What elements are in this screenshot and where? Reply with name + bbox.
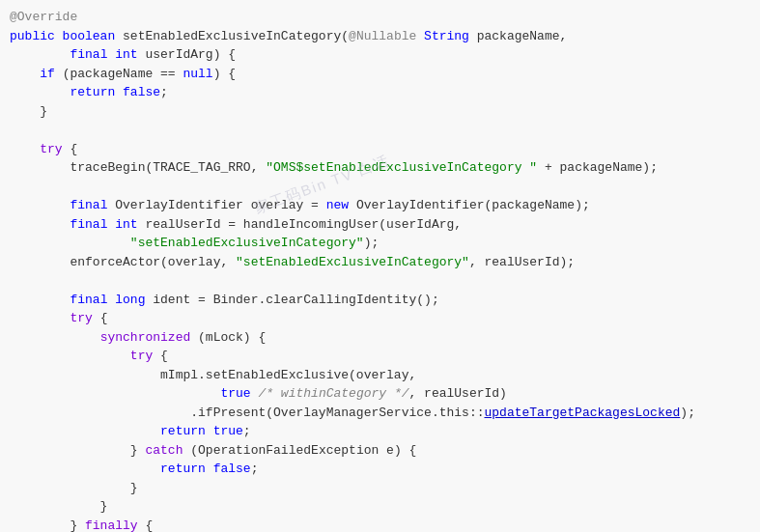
code-token — [10, 366, 160, 385]
code-token: updateTargetPackagesLocked — [484, 404, 680, 423]
code-token: (mLock) { — [190, 328, 266, 348]
code-line — [0, 121, 760, 140]
code-token — [10, 215, 70, 235]
code-token: /* withinCategory */ — [258, 384, 408, 404]
code-token: finally — [85, 517, 138, 533]
code-token — [10, 347, 130, 366]
code-token: "setEnabledExclusiveInCategory" — [236, 253, 469, 272]
code-token: "setEnabledExclusiveInCategory" — [130, 234, 364, 253]
code-line: final int userIdArg) { — [0, 45, 760, 65]
code-token: } — [10, 102, 47, 122]
code-token: false — [123, 83, 160, 102]
code-line: mImpl.setEnabledExclusive(overlay, — [0, 366, 760, 385]
code-token: OverlayIdentifier — [115, 196, 250, 215]
code-line: try { — [0, 140, 760, 159]
code-token — [251, 384, 259, 404]
code-token: int — [115, 45, 145, 65]
code-token: ; — [251, 460, 259, 479]
code-token: new — [326, 196, 356, 215]
code-token: } — [10, 517, 85, 533]
code-token — [10, 196, 70, 215]
code-line: final long ident = Binder.clearCallingId… — [0, 291, 760, 310]
code-token: { — [138, 517, 154, 533]
code-token: long — [115, 291, 153, 310]
code-token: final — [70, 196, 115, 215]
code-token: { — [93, 309, 108, 328]
code-token: .ifPresent(OverlayManagerService.this:: — [190, 404, 484, 423]
code-line: } — [0, 479, 760, 498]
code-token: enforceActor(overlay, — [70, 253, 236, 272]
code-token: { — [153, 347, 168, 366]
code-token — [10, 253, 70, 272]
code-line: return true; — [0, 422, 760, 441]
code-line: enforceActor(overlay, "setEnabledExclusi… — [0, 253, 760, 272]
code-token: traceBegin(TRACE_TAG_RRO, — [70, 158, 266, 178]
code-token: , realUserId) — [409, 384, 507, 404]
code-token: packageName, — [477, 27, 568, 46]
code-token: @Override — [10, 8, 77, 27]
code-token — [10, 65, 40, 84]
code-token — [10, 404, 190, 423]
code-line: return false; — [0, 83, 760, 102]
code-token: + packageName); — [537, 158, 658, 178]
code-token: return — [160, 460, 213, 479]
code-line: try { — [0, 309, 760, 328]
code-token: null — [183, 65, 212, 84]
code-token: false — [213, 460, 251, 479]
code-token: true — [213, 422, 243, 441]
code-line: public boolean setEnabledExclusiveInCate… — [0, 27, 760, 46]
code-token: @Nullable — [349, 27, 424, 46]
code-token — [10, 328, 100, 348]
code-line: try { — [0, 347, 760, 366]
code-token — [10, 460, 160, 479]
code-token: ; — [160, 83, 168, 102]
code-token: final — [70, 45, 115, 65]
code-token: realUserId = handleIncomingUser(userIdAr… — [145, 215, 462, 235]
code-line: true /* withinCategory */, realUserId) — [0, 384, 760, 404]
code-token: public — [10, 27, 63, 46]
code-token: boolean — [63, 27, 123, 46]
code-line: if (packageName == null) { — [0, 65, 760, 84]
code-token: catch — [145, 441, 183, 461]
code-token: try — [40, 140, 62, 159]
code-line: traceBegin(TRACE_TAG_RRO, "OMS$setEnable… — [0, 158, 760, 178]
code-token: return — [70, 83, 123, 102]
code-line: .ifPresent(OverlayManagerService.this::u… — [0, 404, 760, 423]
code-token: (OperationFailedException e) { — [183, 441, 416, 461]
code-line: synchronized (mLock) { — [0, 328, 760, 348]
code-token: , realUserId); — [469, 253, 575, 272]
code-line — [0, 271, 760, 291]
code-line: } finally { — [0, 517, 760, 533]
code-token: } — [10, 479, 138, 498]
code-token: { — [63, 140, 78, 159]
code-token: ) { — [213, 65, 236, 84]
code-line: "setEnabledExclusiveInCategory"); — [0, 234, 760, 253]
code-token — [10, 140, 40, 159]
code-token: "OMS$setEnabledExclusiveInCategory " — [266, 158, 537, 178]
code-token — [10, 158, 70, 178]
code-token: setEnabledExclusiveInCategory( — [123, 27, 349, 46]
code-token: final — [70, 215, 115, 235]
code-token: } — [10, 497, 107, 517]
code-token: overlay — [251, 196, 311, 215]
code-token: (packageName == — [63, 65, 183, 84]
code-token — [10, 234, 130, 253]
code-token: ; — [243, 422, 251, 441]
code-token: if — [40, 65, 62, 84]
code-token — [10, 291, 70, 310]
code-token: return — [160, 422, 213, 441]
code-token: userIdArg) { — [145, 45, 236, 65]
code-token: try — [70, 309, 92, 328]
code-token — [10, 309, 70, 328]
code-token: true — [220, 384, 250, 404]
code-line: final int realUserId = handleIncomingUse… — [0, 215, 760, 235]
code-token — [10, 83, 70, 102]
code-token: final — [70, 291, 115, 310]
code-token: try — [130, 347, 153, 366]
code-token: ); — [680, 404, 695, 423]
code-token — [10, 422, 160, 441]
code-line: } — [0, 102, 760, 122]
code-token: ident = Binder.clearCallingIdentity(); — [153, 291, 438, 310]
code-token: } — [10, 441, 145, 461]
code-token — [10, 45, 70, 65]
